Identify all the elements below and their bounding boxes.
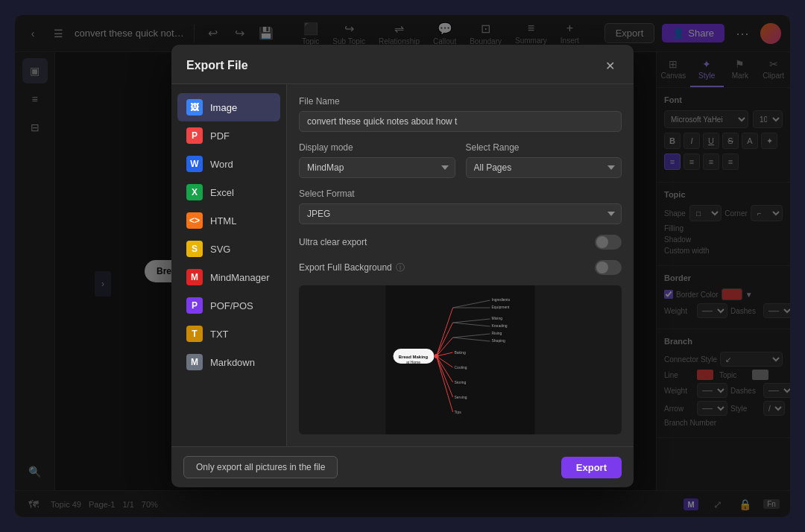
format-word[interactable]: W Word: [177, 150, 280, 178]
html-format-label: HTML: [210, 215, 236, 227]
svg-text:Tips: Tips: [455, 410, 462, 414]
format-pdf[interactable]: P PDF: [177, 121, 280, 150]
export-settings: File Name Display mode MindMap Outline G…: [287, 84, 634, 446]
preview-box: Bread Making at Home: [299, 285, 622, 434]
display-mode-label: Display mode: [299, 142, 455, 153]
svg-text:Storing: Storing: [455, 380, 467, 384]
file-name-input[interactable]: [299, 111, 622, 132]
image-format-icon: 🖼: [186, 99, 203, 115]
modal-close-button[interactable]: ✕: [601, 57, 619, 75]
svg-text:Ingredients: Ingredients: [492, 297, 511, 302]
word-format-icon: W: [186, 156, 203, 172]
modal-header: Export File ✕: [171, 45, 634, 84]
mindmanager-format-label: MindManager: [210, 272, 270, 283]
select-range-group: Select Range All Pages Current Page: [466, 142, 622, 178]
pof-format-icon: P: [186, 297, 203, 314]
mindmanager-format-icon: M: [186, 269, 203, 285]
excel-format-icon: X: [186, 184, 203, 200]
app-window: ‹ ☰ convert these quick notes ... ↩ ↪ 💾 …: [15, 15, 790, 517]
format-markdown[interactable]: M Markdown: [177, 348, 280, 376]
pdf-format-label: PDF: [210, 130, 230, 142]
svg-text:Equipment: Equipment: [492, 305, 511, 309]
modal-export-button[interactable]: Export: [561, 457, 622, 478]
svg-text:Cooling: Cooling: [455, 365, 467, 370]
pof-format-label: POF/POS: [210, 300, 253, 311]
format-excel[interactable]: X Excel: [177, 178, 280, 206]
preview-svg: Bread Making at Home: [299, 285, 622, 434]
svg-text:Baking: Baking: [455, 350, 467, 355]
select-format-label: Select Format: [299, 189, 622, 199]
svg-format-label: SVG: [210, 244, 230, 255]
ultra-clear-label: Ultra clear export: [299, 237, 367, 247]
svg-text:Bread Making: Bread Making: [399, 355, 429, 359]
svg-text:Kneading: Kneading: [492, 323, 508, 328]
txt-format-label: TXT: [210, 329, 229, 340]
preview-image: Bread Making at Home: [299, 285, 622, 434]
format-txt[interactable]: T TXT: [177, 320, 280, 348]
ultra-clear-row: Ultra clear export: [299, 235, 622, 250]
format-svg[interactable]: S SVG: [177, 235, 280, 263]
select-range-label: Select Range: [466, 142, 622, 153]
svg-text:Rising: Rising: [492, 331, 502, 335]
format-list: 🖼 Image P PDF W Word X Excel: [171, 84, 287, 446]
only-export-pictures-button[interactable]: Only export all pictures in the file: [183, 456, 338, 478]
excel-format-label: Excel: [210, 187, 234, 198]
export-full-bg-row: Export Full Background ⓘ: [299, 260, 622, 275]
mode-range-row: Display mode MindMap Outline Gantt Selec…: [299, 142, 622, 178]
modal-overlay: Export File ✕ 🖼 Image P PDF W W: [15, 15, 790, 517]
modal-body: 🖼 Image P PDF W Word X Excel: [171, 84, 634, 446]
txt-format-icon: T: [186, 326, 203, 342]
export-full-bg-label: Export Full Background ⓘ: [299, 262, 405, 274]
svg-text:Serving: Serving: [455, 395, 467, 399]
format-mindmanager[interactable]: M MindManager: [177, 263, 280, 291]
format-html[interactable]: <> HTML: [177, 206, 280, 235]
select-format-group: Select Format JPEG PNG WebP: [299, 189, 622, 224]
display-mode-select[interactable]: MindMap Outline Gantt: [299, 157, 455, 178]
file-name-label: File Name: [299, 96, 622, 107]
image-format-label: Image: [210, 102, 237, 113]
svg-text:at Home: at Home: [406, 360, 420, 364]
modal-footer: Only export all pictures in the file Exp…: [171, 446, 634, 487]
svg-text:Mixing: Mixing: [492, 316, 503, 320]
export-modal: Export File ✕ 🖼 Image P PDF W W: [171, 45, 634, 487]
file-name-group: File Name: [299, 96, 622, 132]
word-format-label: Word: [210, 159, 233, 170]
svg-text:Shaping: Shaping: [492, 338, 506, 343]
export-full-bg-toggle[interactable]: [595, 260, 622, 275]
markdown-format-label: Markdown: [210, 357, 255, 368]
svg-format-icon: S: [186, 241, 203, 257]
select-range-select[interactable]: All Pages Current Page: [466, 157, 622, 178]
modal-title: Export File: [186, 59, 248, 72]
display-mode-group: Display mode MindMap Outline Gantt: [299, 142, 455, 178]
format-image[interactable]: 🖼 Image: [177, 93, 280, 121]
markdown-format-icon: M: [186, 354, 203, 370]
select-format-select[interactable]: JPEG PNG WebP: [299, 203, 622, 224]
ultra-clear-toggle[interactable]: [595, 235, 622, 250]
html-format-icon: <>: [186, 212, 203, 229]
format-pof[interactable]: P POF/POS: [177, 291, 280, 320]
pdf-format-icon: P: [186, 127, 203, 144]
info-icon: ⓘ: [396, 262, 405, 274]
